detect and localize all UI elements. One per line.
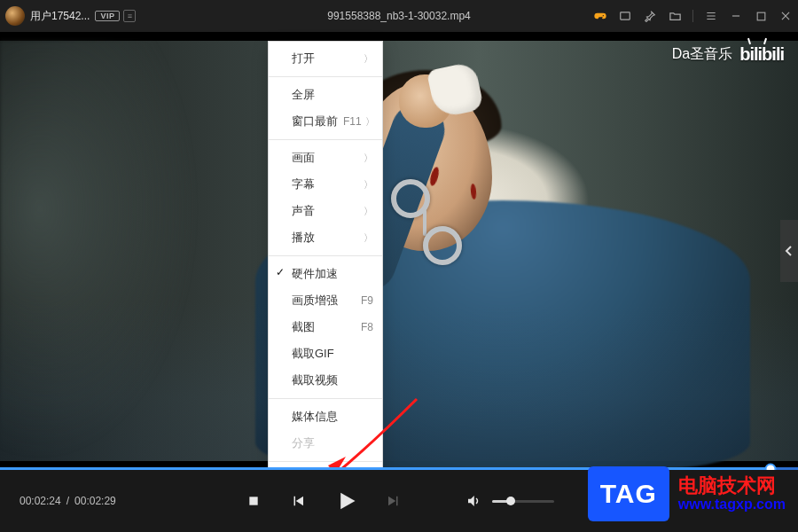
chevron-right-icon: 〉 (364, 231, 373, 245)
menu-label: 截图 (292, 319, 356, 335)
video-frame (0, 41, 798, 461)
playlist-drawer-handle[interactable] (780, 220, 798, 282)
menu-label: 截取GIF (292, 346, 373, 362)
chevron-right-icon: 〉 (364, 178, 373, 192)
menu-label: 画面 (292, 150, 360, 166)
tag-watermark: TAG 电脑技术网 www.tagxp.com (588, 466, 786, 521)
menu-label: 分享 (292, 435, 373, 451)
play-button[interactable] (332, 488, 359, 514)
svg-rect-1 (757, 12, 765, 20)
menu-subtitle[interactable]: 字幕 〉 (269, 171, 382, 198)
menu-shortcut: F11 (343, 115, 362, 128)
prev-button[interactable] (288, 491, 308, 511)
menu-capture-gif[interactable]: 截取GIF (269, 340, 382, 367)
volume-handle[interactable] (506, 497, 515, 505)
menu-icon[interactable] (704, 9, 718, 23)
bilibili-logo-icon: bilibili (739, 44, 784, 65)
volume-control (464, 491, 554, 511)
menu-label: 硬件加速 (292, 266, 373, 282)
menu-label: 字幕 (292, 176, 360, 192)
vip-badge[interactable]: VIP (95, 11, 120, 21)
separator (692, 10, 693, 22)
menu-always-on-top[interactable]: 窗口最前 F11 〉 (269, 108, 382, 135)
menu-picture[interactable]: 画面 〉 (269, 145, 382, 171)
menu-shortcut: F9 (361, 294, 373, 307)
menu-shortcut: F8 (361, 321, 373, 333)
next-button[interactable] (384, 491, 403, 511)
menu-label: 打开 (292, 51, 360, 66)
video-viewport[interactable]: Da圣音乐 bilibili (0, 32, 798, 470)
menu-quality-boost[interactable]: 画质增强 F9 (269, 287, 382, 314)
chevron-right-icon: 〉 (364, 152, 373, 165)
maximize-icon[interactable] (754, 9, 768, 23)
tag-line1: 电脑技术网 (678, 474, 786, 497)
duration-time: 00:02:29 (74, 495, 116, 507)
current-time: 00:02:24 (20, 495, 61, 507)
title-bar: 用户17542... VIP ≡ 991558388_nb3-1-30032.m… (0, 0, 798, 32)
svg-rect-0 (621, 12, 630, 20)
window-title: 991558388_nb3-1-30032.mp4 (327, 10, 470, 22)
menu-label: 截取视频 (292, 372, 373, 388)
menu-playback[interactable]: 播放 〉 (269, 224, 382, 251)
volume-slider[interactable] (492, 500, 554, 503)
chevron-right-icon: 〉 (365, 115, 375, 129)
channel-name: Da圣音乐 (672, 45, 732, 64)
mini-mode-icon[interactable] (618, 9, 632, 23)
menu-fullscreen[interactable]: 全屏 (269, 82, 382, 108)
extra-badge[interactable]: ≡ (123, 10, 136, 22)
tag-line2: www.tagxp.com (678, 497, 786, 512)
menu-capture-video[interactable]: 截取视频 (269, 367, 382, 394)
avatar[interactable] (5, 6, 25, 26)
menu-open[interactable]: 打开 〉 (269, 45, 382, 72)
menu-label: 声音 (292, 203, 360, 219)
tag-badge: TAG (588, 466, 669, 521)
menu-audio[interactable]: 声音 〉 (269, 198, 382, 224)
menu-separator (269, 461, 382, 462)
menu-label: 画质增强 (292, 293, 356, 309)
menu-media-info[interactable]: 媒体信息 (269, 403, 382, 430)
pin-icon[interactable] (643, 9, 657, 23)
menu-separator (269, 76, 382, 77)
menu-hw-accel[interactable]: 硬件加速 (269, 261, 382, 287)
window-controls (593, 9, 793, 23)
game-icon[interactable] (593, 9, 607, 23)
time-display: 00:02:24 / 00:02:29 (20, 495, 116, 507)
svg-rect-2 (249, 497, 257, 505)
menu-separator (269, 398, 382, 399)
source-watermark: Da圣音乐 bilibili (672, 44, 784, 65)
menu-label: 播放 (292, 230, 360, 246)
open-folder-icon[interactable] (668, 9, 682, 23)
menu-label: 全屏 (292, 87, 373, 103)
menu-share: 分享 (269, 430, 382, 457)
chevron-right-icon: 〉 (364, 52, 373, 66)
menu-separator (269, 255, 382, 256)
menu-label: 媒体信息 (292, 409, 373, 425)
menu-separator (269, 139, 382, 140)
chevron-right-icon: 〉 (364, 205, 373, 218)
username[interactable]: 用户17542... (30, 9, 90, 24)
time-separator: / (66, 495, 69, 507)
close-icon[interactable] (778, 9, 793, 23)
volume-icon[interactable] (464, 491, 483, 511)
minimize-icon[interactable] (729, 9, 743, 23)
menu-label: 窗口最前 (292, 113, 338, 129)
stop-button[interactable] (244, 491, 263, 511)
menu-screenshot[interactable]: 截图 F8 (269, 314, 382, 340)
context-menu: 打开 〉 全屏 窗口最前 F11 〉 画面 〉 字幕 〉 声音 〉 播放 〉 硬… (268, 41, 383, 497)
